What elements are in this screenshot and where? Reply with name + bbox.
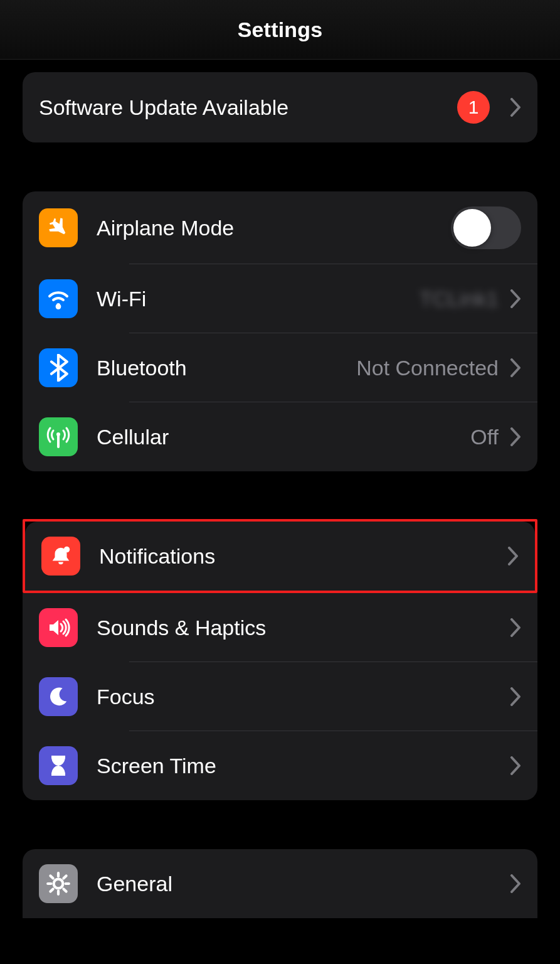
general-row[interactable]: General [23,849,537,918]
screen-time-icon [39,746,78,785]
sounds-icon [39,608,78,647]
software-update-section: Software Update Available 1 [23,72,537,142]
wifi-label: Wi-Fi [97,287,419,311]
screen-time-row[interactable]: Screen Time [23,731,537,800]
general-icon [39,864,78,903]
chevron-right-icon [510,687,521,706]
chevron-right-icon [510,98,521,117]
cellular-value: Off [470,425,499,449]
wifi-row[interactable]: Wi-Fi TCLink1 [23,264,537,333]
airplane-mode-row[interactable]: Airplane Mode [23,191,537,264]
software-update-label: Software Update Available [39,95,457,120]
header: Settings [0,0,560,60]
chevron-right-icon [510,358,521,377]
cellular-row[interactable]: Cellular Off [23,402,537,471]
airplane-icon [39,208,78,247]
software-update-row[interactable]: Software Update Available 1 [23,72,537,142]
notifications-icon [41,537,80,576]
connectivity-section: Airplane Mode Wi-Fi TCLink1 Bluetooth No… [23,191,537,471]
svg-point-3 [54,879,63,889]
svg-point-1 [56,432,60,436]
sounds-row[interactable]: Sounds & Haptics [23,593,537,662]
alerts-section-rest: Sounds & Haptics Focus Screen Time [23,593,537,800]
cellular-icon [39,417,78,456]
system-section: General [23,849,537,918]
chevron-right-icon [510,874,521,893]
toggle-knob [453,209,491,247]
focus-row[interactable]: Focus [23,662,537,731]
svg-point-2 [64,547,70,553]
notifications-label: Notifications [99,544,507,569]
bluetooth-value: Not Connected [356,356,499,380]
bluetooth-label: Bluetooth [97,356,356,380]
notifications-row[interactable]: Notifications [25,522,535,591]
airplane-mode-label: Airplane Mode [97,216,451,240]
chevron-right-icon [510,618,521,637]
wifi-icon [39,279,78,318]
general-label: General [97,872,510,896]
svg-point-0 [56,303,60,307]
chevron-right-icon [510,756,521,775]
notifications-highlight: Notifications [23,519,537,593]
wifi-value: TCLink1 [419,287,499,311]
sounds-label: Sounds & Haptics [97,616,510,640]
cellular-label: Cellular [97,425,470,449]
chevron-right-icon [507,547,519,565]
screen-time-label: Screen Time [97,754,510,778]
alerts-section-top: Notifications [25,522,535,591]
update-badge: 1 [457,91,490,124]
bluetooth-icon [39,348,78,387]
chevron-right-icon [510,289,521,308]
airplane-mode-toggle[interactable] [451,206,521,249]
focus-icon [39,677,78,716]
bluetooth-row[interactable]: Bluetooth Not Connected [23,333,537,402]
focus-label: Focus [97,685,510,709]
chevron-right-icon [510,427,521,446]
page-title: Settings [238,18,323,42]
